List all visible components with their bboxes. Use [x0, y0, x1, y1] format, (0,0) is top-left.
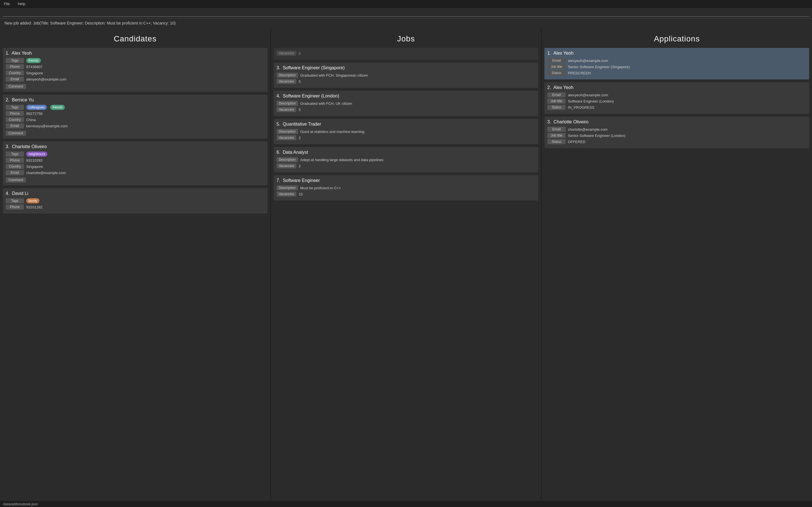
- app-card-2: 2. Alex Yeoh Email alexyeoh@example.com …: [545, 82, 809, 114]
- candidates-list: 1. Alex Yeoh Tags friends Phone 87438807…: [0, 48, 270, 501]
- job-7-desc: Must be proficient in C++: [300, 186, 341, 190]
- command-input[interactable]: [3, 10, 809, 17]
- notification-bar: New job added: Job(Title: Software Engin…: [0, 18, 812, 29]
- vac-label-4: Vacancies: [276, 107, 296, 112]
- applications-title: Applications: [542, 29, 812, 48]
- job-card-3: 3. Software Engineer (Singapore) Descrip…: [274, 62, 539, 88]
- partial-vacancies-label: Vacancies: [276, 51, 296, 56]
- desc-label-4: Description: [276, 101, 298, 106]
- candidate-card-3: 3. Charlotte Oliveiro Tags neighbours Ph…: [3, 142, 267, 185]
- applications-panel: Applications 1. Alex Yeoh Email alexyeoh…: [542, 29, 812, 501]
- app-status-label-1: Status: [547, 70, 566, 75]
- job-4-desc-row: Description Graduated with FCH, UK citiz…: [276, 101, 536, 106]
- candidates-panel: Candidates 1. Alex Yeoh Tags friends Pho…: [0, 29, 271, 501]
- candidate-1-phone: 87438807: [26, 65, 43, 69]
- job-card-4: 4. Software Engineer (London) Descriptio…: [274, 91, 539, 116]
- comment-btn-1[interactable]: Comment: [6, 84, 26, 89]
- candidate-card-2: 2. Bernice Yu Tags colleagues friends Ph…: [3, 95, 267, 138]
- job-7-vac: 10: [299, 192, 303, 196]
- job-name-7: 7. Software Engineer: [276, 178, 536, 183]
- candidate-name-3: 3. Charlotte Oliveiro: [6, 144, 265, 149]
- job-name-4: 4. Software Engineer (London): [276, 94, 536, 99]
- job-4-vac-row: Vacancies 5: [276, 107, 536, 112]
- vac-label-5: Vacancies: [276, 135, 296, 140]
- candidate-4-phone-row: Phone 91031282: [6, 205, 265, 210]
- app-name-1: 1. Alex Yeoh: [547, 51, 806, 56]
- email-label-3: Email: [6, 170, 24, 175]
- comment-btn-2[interactable]: Comment: [6, 131, 26, 136]
- help-menu[interactable]: Help: [16, 1, 27, 6]
- comment-btn-3[interactable]: Comment: [6, 177, 26, 182]
- partial-vacancies-row: Vacancies 2: [276, 51, 536, 56]
- app-1-email: alexyeoh@example.com: [568, 59, 608, 63]
- candidate-name-1: 1. Alex Yeoh: [6, 51, 265, 56]
- candidate-2-email-row: Email berniceyu@example.com: [6, 123, 265, 128]
- candidate-name-2: 2. Bernice Yu: [6, 98, 265, 103]
- app-status-label-3: Status: [547, 139, 566, 144]
- job-card-5: 5. Quantitative Trader Description Good …: [274, 119, 539, 144]
- menubar: File Help: [0, 0, 812, 8]
- tag-family-4: family: [26, 198, 40, 203]
- tag-neighbours-3: neighbours: [26, 152, 47, 157]
- candidate-3-phone-row: Phone 93210283: [6, 158, 265, 163]
- notification-message: New job added: Job(Title: Software Engin…: [4, 21, 175, 25]
- app-3-jobtitle-row: Job title Senior Software Engineer (Lond…: [547, 133, 806, 138]
- job-3-desc-row: Description Graduated with FCH, Singapor…: [276, 73, 536, 78]
- app-3-status-row: Status OFFERED: [547, 139, 806, 144]
- app-1-status-row: Status PRESCREEN: [547, 70, 806, 75]
- main-content: Candidates 1. Alex Yeoh Tags friends Pho…: [0, 29, 812, 501]
- app-email-label-2: Email: [547, 93, 566, 98]
- candidate-1-email-row: Email alexyeoh@example.com: [6, 76, 265, 82]
- candidate-4-tags-row: Tags family: [6, 198, 265, 203]
- app-jobtitle-label-3: Job title: [547, 133, 566, 138]
- desc-label-5: Description: [276, 129, 298, 134]
- status-path: /data/addressbook.json: [3, 502, 38, 506]
- candidate-1-tags-row: Tags friends: [6, 58, 265, 63]
- tag-friends-1: friends: [26, 58, 41, 63]
- desc-label-7: Description: [276, 185, 298, 190]
- job-6-vac: 2: [299, 164, 301, 168]
- desc-label-3: Description: [276, 73, 298, 78]
- candidate-1-phone-row: Phone 87438807: [6, 64, 265, 69]
- app-email-label-1: Email: [547, 58, 566, 63]
- tags-label-2: Tags: [6, 105, 24, 110]
- app-status-label-2: Status: [547, 105, 566, 110]
- candidate-name-4: 4. David Li: [6, 191, 265, 196]
- candidate-1-country-row: Country Singapore: [6, 70, 265, 75]
- desc-label-6: Description: [276, 157, 298, 162]
- job-card-6: 6. Data Analyst Description Adept at han…: [274, 147, 539, 172]
- country-label-2: Country: [6, 117, 24, 122]
- tags-label-1: Tags: [6, 58, 24, 63]
- app-2-status: IN_PROGRESS: [568, 105, 594, 110]
- partial-vacancies-value: 2: [299, 51, 301, 55]
- job-7-vac-row: Vacancies 10: [276, 191, 536, 196]
- app-jobtitle-label-1: Job title: [547, 64, 566, 69]
- candidate-3-phone: 93210283: [26, 158, 43, 163]
- job-card-partial: Vacancies 2: [274, 48, 539, 60]
- app-name-3: 3. Charlotte Oliveiro: [547, 119, 806, 124]
- job-name-5: 5. Quantitative Trader: [276, 122, 536, 127]
- app-name-2: 2. Alex Yeoh: [547, 85, 806, 90]
- status-bar: /data/addressbook.json: [0, 501, 812, 507]
- candidate-2-phone-row: Phone 99272758: [6, 111, 265, 116]
- job-5-vac: 2: [299, 136, 301, 140]
- app-2-email-row: Email alexyeoh@example.com: [547, 93, 806, 98]
- job-4-desc: Graduated with FCH, UK citizen: [300, 101, 352, 106]
- candidate-2-email: berniceyu@example.com: [26, 124, 68, 128]
- app-2-status-row: Status IN_PROGRESS: [547, 105, 806, 110]
- app-1-jobtitle: Senior Software Engineer (Singapore): [568, 65, 630, 69]
- app-3-status: OFFERED: [568, 140, 585, 144]
- email-label-1: Email: [6, 76, 24, 82]
- file-menu[interactable]: File: [2, 1, 11, 6]
- jobs-panel: Jobs Vacancies 2 3. Software Engineer (S…: [271, 29, 542, 501]
- app-1-email-row: Email alexyeoh@example.com: [547, 58, 806, 63]
- app-3-jobtitle: Senior Software Engineer (London): [568, 133, 625, 138]
- phone-label-4: Phone: [6, 205, 24, 210]
- app-1-jobtitle-row: Job title Senior Software Engineer (Sing…: [547, 64, 806, 69]
- jobs-title: Jobs: [271, 29, 541, 48]
- tag-colleagues-2: colleagues: [26, 105, 47, 110]
- phone-label-2: Phone: [6, 111, 24, 116]
- tags-label-4: Tags: [6, 198, 24, 203]
- candidate-2-tags-row: Tags colleagues friends: [6, 105, 265, 110]
- candidates-title: Candidates: [0, 29, 270, 48]
